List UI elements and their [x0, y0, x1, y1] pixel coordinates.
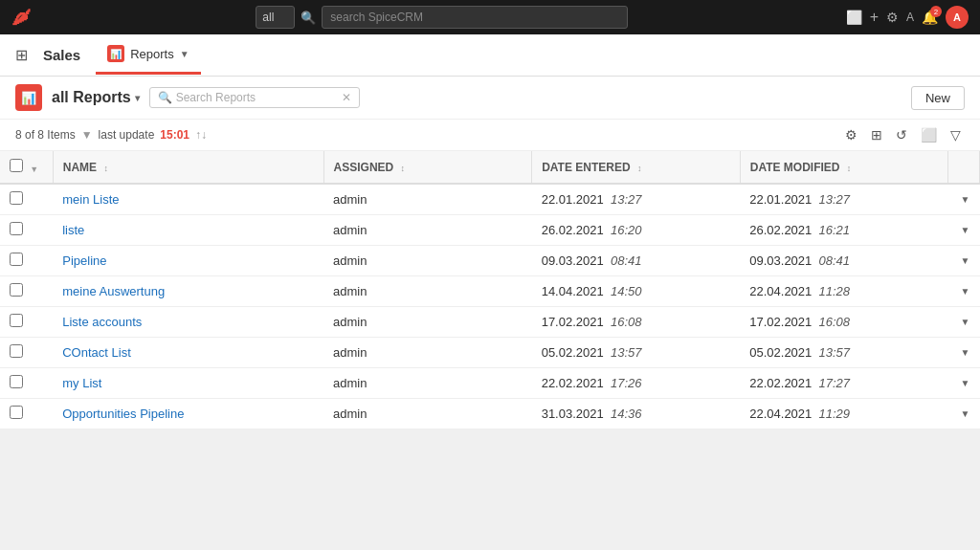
row-date-modified-value: 22.02.2021 17:27 [749, 376, 850, 390]
search-area: all 🔍 [48, 6, 836, 29]
row-date-entered-value: 05.02.2021 13:57 [542, 345, 642, 360]
user-avatar[interactable]: A [946, 6, 969, 29]
reload-icon[interactable]: ↺ [892, 125, 911, 144]
row-checkbox[interactable] [10, 375, 23, 388]
row-name-link[interactable]: Liste accounts [62, 315, 142, 329]
expand-icon[interactable]: ⬜ [846, 10, 862, 25]
tab-chevron-icon: ▼ [180, 49, 189, 59]
export-icon[interactable]: ⬜ [917, 125, 941, 144]
row-assigned-cell: admin [323, 307, 532, 338]
row-assigned-cell: admin [323, 399, 532, 429]
row-dropdown-icon[interactable]: ▼ [961, 225, 970, 235]
row-name-link[interactable]: liste [62, 223, 84, 237]
row-name-cell: meine Auswertung [53, 276, 323, 307]
row-checkbox[interactable] [10, 191, 23, 205]
notification-count: 2 [930, 6, 942, 17]
row-date-entered-cell: 22.01.2021 13:27 [532, 184, 741, 215]
row-date-modified-time: 11:28 [819, 284, 851, 298]
row-dropdown-icon[interactable]: ▼ [961, 286, 970, 297]
row-checkbox[interactable] [10, 314, 23, 327]
row-date-modified-date: 26.02.2021 [749, 223, 812, 237]
row-assigned-value: admin [333, 223, 367, 237]
row-date-entered-time: 16:08 [611, 315, 642, 329]
global-search-input[interactable] [322, 6, 628, 29]
row-date-entered-date: 22.02.2021 [542, 376, 604, 390]
row-name-cell: Pipeline [53, 246, 323, 276]
row-action-cell: ▼ [948, 215, 980, 246]
row-date-entered-value: 09.03.2021 08:41 [542, 253, 642, 268]
text-icon[interactable]: A [906, 11, 914, 24]
row-name-link[interactable]: Pipeline [62, 253, 106, 268]
date-modified-col-resize[interactable] [944, 151, 947, 183]
row-dropdown-icon[interactable]: ▼ [961, 347, 970, 358]
app-title: Sales [43, 47, 80, 63]
subheader-info: 8 of 8 Items ▼ last update 15:01 ↑↓ [15, 128, 207, 142]
row-dropdown-icon[interactable]: ▼ [961, 317, 970, 327]
table-header-row: ▼ NAME ↕ ASSIGNED ↕ DATE ENTERED ↕ DATE … [0, 151, 980, 184]
row-action-cell: ▼ [948, 246, 980, 276]
module-search-box: 🔍 ✕ [149, 87, 360, 108]
settings-icon[interactable]: ⚙ [886, 10, 899, 25]
last-update-time[interactable]: 15:01 [160, 128, 189, 142]
notification-bell[interactable]: 🔔2 [922, 10, 938, 25]
row-dropdown-icon[interactable]: ▼ [961, 378, 970, 388]
grid-menu-icon[interactable]: ⊞ [15, 46, 28, 64]
header-date-modified-col[interactable]: DATE MODIFIED ↕ [740, 151, 948, 184]
row-date-modified-cell: 09.03.2021 08:41 [740, 246, 948, 276]
select-all-checkbox[interactable] [10, 159, 23, 172]
row-checkbox[interactable] [10, 222, 23, 235]
date-entered-col-resize[interactable] [736, 151, 740, 183]
name-col-resize[interactable] [320, 151, 323, 183]
row-checkbox[interactable] [10, 344, 23, 358]
row-name-link[interactable]: meine Auswertung [62, 284, 165, 298]
page-title-chevron-icon[interactable]: ▾ [135, 93, 140, 103]
row-date-modified-date: 22.01.2021 [749, 192, 812, 207]
search-scope-select[interactable]: all [256, 6, 295, 29]
module-icon: 📊 [15, 84, 42, 111]
row-date-entered-time: 13:57 [611, 345, 642, 360]
assigned-col-resize[interactable] [527, 151, 531, 183]
filter-icon[interactable]: ▽ [947, 125, 965, 144]
row-date-entered-time: 14:50 [611, 284, 642, 298]
logo-icon: 🌶 [11, 7, 31, 29]
column-settings-icon[interactable]: ⚙ [841, 125, 861, 144]
row-dropdown-icon[interactable]: ▼ [961, 408, 970, 419]
sort-icon: ▼ [81, 128, 93, 142]
row-assigned-value: admin [333, 315, 367, 329]
row-checkbox[interactable] [10, 406, 23, 419]
row-assigned-value: admin [333, 407, 367, 421]
row-date-entered-value: 26.02.2021 16:20 [542, 223, 642, 237]
row-date-modified-time: 13:27 [819, 192, 851, 207]
header-assigned-col[interactable]: ASSIGNED ↕ [323, 151, 532, 184]
row-name-link[interactable]: Opportunities Pipeline [62, 407, 184, 421]
row-date-entered-value: 14.04.2021 14:50 [542, 284, 642, 298]
items-count: 8 of 8 Items [15, 128, 76, 142]
row-date-entered-date: 05.02.2021 [542, 345, 604, 360]
row-date-modified-value: 05.02.2021 13:57 [749, 345, 850, 360]
row-dropdown-icon[interactable]: ▼ [961, 255, 970, 266]
row-name-link[interactable]: COntact List [62, 345, 131, 360]
search-box-icon: 🔍 [158, 91, 172, 104]
module-search-input[interactable] [176, 91, 342, 104]
row-checkbox[interactable] [10, 283, 23, 297]
header-name-col[interactable]: NAME ↕ [53, 151, 323, 184]
reports-tab-label: Reports [130, 47, 174, 61]
row-date-entered-value: 31.03.2021 14:36 [542, 407, 642, 421]
header-sort-icon: ▼ [30, 165, 38, 174]
new-button[interactable]: New [911, 86, 965, 110]
row-date-modified-time: 11:29 [819, 407, 851, 421]
row-dropdown-icon[interactable]: ▼ [961, 194, 970, 205]
row-name-link[interactable]: mein Liste [62, 192, 119, 207]
row-checkbox-cell [0, 246, 53, 276]
row-action-cell: ▼ [948, 368, 980, 399]
row-checkbox[interactable] [10, 253, 23, 266]
row-date-entered-value: 22.02.2021 17:26 [542, 376, 642, 390]
top-bar: 🌶 all 🔍 ⬜ + ⚙ A 🔔2 A [0, 0, 980, 34]
reports-tab[interactable]: 📊 Reports ▼ [96, 35, 200, 75]
search-clear-icon[interactable]: ✕ [342, 91, 351, 104]
add-icon[interactable]: + [870, 9, 879, 26]
row-name-link[interactable]: my List [62, 376, 101, 390]
header-date-entered-col[interactable]: DATE ENTERED ↕ [532, 151, 741, 184]
view-toggle-icon[interactable]: ⊞ [867, 125, 886, 144]
assigned-sort-icon: ↕ [401, 164, 406, 173]
